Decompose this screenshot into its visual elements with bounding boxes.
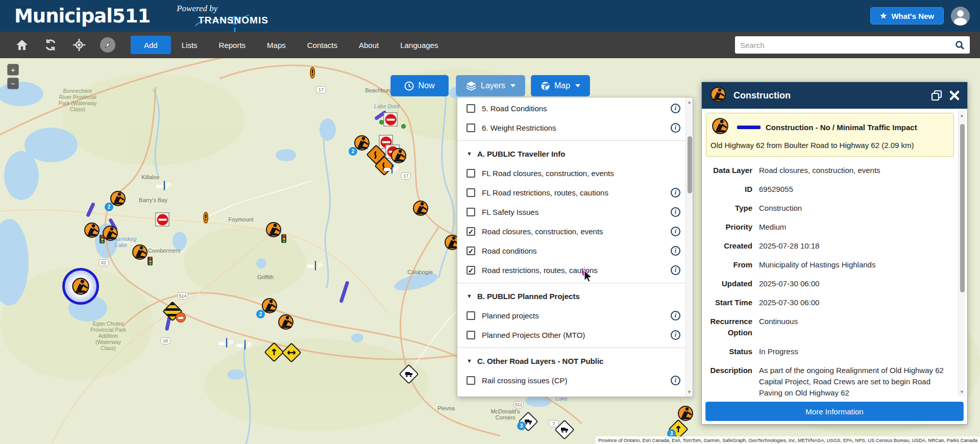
- layer-label: 5. Road Conditions: [482, 104, 671, 113]
- construction-marker[interactable]: [411, 199, 430, 219]
- field-value: As part of the ongoing Realignment of Ol…: [759, 365, 954, 398]
- construction-marker[interactable]: 2: [353, 134, 371, 154]
- layer-checkbox[interactable]: ✓: [467, 124, 475, 132]
- rest-area-marker[interactable]: P: [391, 164, 393, 174]
- close-icon[interactable]: [949, 90, 960, 101]
- detail-scrollbar[interactable]: ▲ ▼: [958, 111, 965, 397]
- rest-area-marker[interactable]: P: [226, 338, 227, 348]
- field-label: Data Layer: [706, 165, 759, 176]
- whats-new-button[interactable]: ★ What's New: [870, 7, 944, 24]
- info-icon[interactable]: i: [671, 265, 680, 275]
- layer-checkbox[interactable]: ✓: [467, 266, 475, 275]
- layer-checkbox[interactable]: ✓: [467, 311, 475, 320]
- nav-item-lists[interactable]: Lists: [171, 32, 208, 58]
- detail-field-row: Recurrence OptionContinuous: [706, 316, 954, 338]
- section-collapse-icon[interactable]: ▼: [467, 151, 472, 157]
- map-canvas[interactable]: Bonnechere River Provincial Park (Waterw…: [0, 58, 980, 444]
- layers-button[interactable]: Layers: [456, 75, 525, 96]
- avatar-person-icon: [957, 10, 964, 17]
- arrow-sign-marker[interactable]: 3: [671, 422, 685, 436]
- map-place-label: Griffith: [257, 274, 274, 280]
- user-avatar[interactable]: [951, 7, 970, 26]
- field-value: Continuous: [759, 316, 954, 338]
- rest-area-marker[interactable]: P: [315, 261, 316, 270]
- map-style-button[interactable]: Map: [531, 75, 590, 96]
- search-input[interactable]: [740, 41, 955, 50]
- road-closed-marker[interactable]: [156, 213, 169, 227]
- arrow-sign-marker[interactable]: [284, 346, 299, 360]
- truck-restriction-marker[interactable]: [402, 367, 416, 381]
- nav-item-languages[interactable]: Languages: [389, 32, 449, 58]
- zoom-out-button[interactable]: −: [7, 78, 19, 89]
- construction-marker[interactable]: [62, 268, 99, 305]
- scroll-down-icon[interactable]: ▼: [959, 389, 965, 394]
- scroll-up-icon[interactable]: ▲: [959, 113, 965, 118]
- info-icon[interactable]: i: [671, 376, 680, 385]
- info-icon[interactable]: i: [671, 188, 680, 198]
- construction-marker[interactable]: 2: [109, 189, 127, 210]
- scroll-up-icon[interactable]: ▲: [686, 100, 693, 105]
- home-icon[interactable]: [15, 38, 29, 52]
- copy-icon[interactable]: [930, 89, 943, 102]
- section-collapse-icon[interactable]: ▼: [467, 358, 472, 364]
- layers-scrollbar[interactable]: ▲ ▼: [685, 97, 693, 397]
- warning-marker[interactable]: !: [203, 211, 208, 225]
- more-information-button[interactable]: More Information: [705, 402, 964, 421]
- construction-marker[interactable]: [83, 221, 101, 241]
- info-icon[interactable]: i: [671, 311, 680, 320]
- layer-checkbox[interactable]: ✓: [467, 376, 475, 385]
- detail-field-row: DescriptionAs part of the ongoing Realig…: [706, 365, 954, 398]
- construction-marker[interactable]: [277, 313, 295, 333]
- layer-checkbox[interactable]: ✓: [467, 104, 475, 113]
- layer-checkbox[interactable]: ✓: [467, 188, 475, 197]
- truck-restriction-marker[interactable]: 3: [521, 414, 535, 429]
- nav-item-reports[interactable]: Reports: [208, 32, 257, 58]
- layer-checkbox[interactable]: ✓: [467, 227, 475, 236]
- info-icon[interactable]: i: [671, 330, 680, 340]
- info-icon[interactable]: i: [671, 227, 680, 236]
- map-dot-marker[interactable]: [401, 124, 406, 129]
- add-button[interactable]: Add: [131, 36, 171, 54]
- section-collapse-icon[interactable]: ▼: [467, 293, 472, 299]
- detail-panel-title: Construction: [733, 90, 924, 101]
- brand-logo: Municipal511: [14, 5, 150, 27]
- construction-marker[interactable]: [101, 224, 119, 244]
- layer-checkbox[interactable]: ✓: [467, 208, 475, 216]
- layer-checkbox[interactable]: ✓: [467, 169, 475, 178]
- scrollbar-thumb[interactable]: [688, 136, 692, 193]
- locate-icon[interactable]: [72, 38, 86, 52]
- refresh-icon[interactable]: [44, 38, 57, 52]
- main-nav: Add ListsReportsMapsContactsAboutLanguag…: [0, 32, 980, 58]
- construction-marker[interactable]: [131, 243, 149, 263]
- info-icon[interactable]: i: [671, 104, 680, 113]
- detail-panel-content: Construction - No / Minimal Traffic Impa…: [702, 109, 967, 398]
- clock-icon: [404, 81, 414, 91]
- nav-item-maps[interactable]: Maps: [256, 32, 297, 58]
- nav-item-contacts[interactable]: Contacts: [297, 32, 348, 58]
- field-label: Description: [706, 365, 759, 398]
- event-summary-card[interactable]: Construction - No / Minimal Traffic Impa…: [706, 113, 954, 157]
- info-icon[interactable]: i: [671, 207, 680, 217]
- rest-area-marker[interactable]: P: [244, 340, 246, 350]
- layer-checkbox[interactable]: ✓: [467, 331, 475, 339]
- construction-marker[interactable]: [264, 220, 283, 241]
- truck-restriction-marker[interactable]: [557, 423, 572, 437]
- info-icon[interactable]: i: [671, 123, 680, 133]
- compass-icon[interactable]: [100, 37, 115, 53]
- warning-marker[interactable]: !: [310, 66, 315, 80]
- nav-item-about[interactable]: About: [348, 32, 389, 58]
- road-closed-marker[interactable]: [384, 113, 398, 127]
- road-shield: 511: [513, 401, 524, 408]
- now-button[interactable]: Now: [390, 75, 449, 96]
- rest-area-marker[interactable]: P: [164, 181, 165, 190]
- search-icon[interactable]: [955, 40, 965, 50]
- construction-marker[interactable]: 2: [260, 297, 279, 317]
- barricade-marker[interactable]: [165, 304, 180, 318]
- zoom-in-button[interactable]: +: [7, 64, 19, 76]
- info-icon[interactable]: i: [671, 246, 680, 256]
- detail-panel-header: Construction: [702, 82, 967, 109]
- scrollbar-thumb[interactable]: [960, 124, 965, 292]
- layer-checkbox[interactable]: ✓: [467, 246, 475, 255]
- scroll-down-icon[interactable]: ▼: [686, 389, 693, 394]
- arrow-sign-marker[interactable]: [267, 345, 281, 359]
